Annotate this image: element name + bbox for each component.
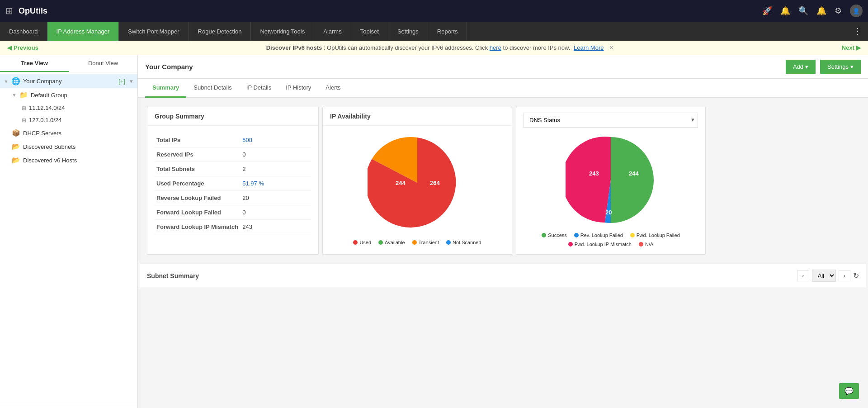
nav-settings[interactable]: Settings	[388, 22, 428, 41]
grid-icon[interactable]: ⊞	[5, 5, 13, 16]
toggle-menu-button[interactable]: ⊡ Toggle Menu	[0, 405, 137, 408]
label-fwd-mismatch: Forward Lookup IP Mismatch	[155, 220, 241, 234]
tab-subnet-details[interactable]: Subnet Details	[186, 79, 239, 98]
table-row: Total IPs 508	[155, 133, 311, 147]
discovery-banner: ◀ Previous Discover IPv6 hosts : OpUtils…	[0, 41, 868, 55]
prev-button[interactable]: ◀ Previous	[7, 44, 38, 51]
tab-ip-details[interactable]: IP Details	[239, 79, 278, 98]
dns-status-body: 244 243 20 Success Rev. Lookup Fail	[516, 128, 705, 254]
page-size-select[interactable]: All 10 25 50	[812, 270, 836, 282]
alert-icon[interactable]: 🔔	[816, 6, 826, 16]
nav-more-icon[interactable]: ⋮	[847, 26, 868, 36]
ip-availability-card: IP Availability 264 244	[322, 107, 512, 255]
nav-toolset[interactable]: Toolset	[351, 22, 388, 41]
used-dot	[353, 240, 358, 245]
fwd-ip-mismatch-dot	[568, 242, 573, 247]
banner-heading: Discover IPv6 hosts	[266, 44, 322, 51]
group-summary-body: Total IPs 508 Reserved IPs 0 Total Subne…	[147, 126, 318, 242]
tree-item-discovered-subnets[interactable]: 📂 Discovered Subnets	[0, 140, 137, 153]
fwd-ip-mismatch-legend-label: Fwd. Lookup IP Mismatch	[575, 242, 632, 247]
fwd-lookup-dot	[630, 233, 635, 237]
tab-ip-history[interactable]: IP History	[278, 79, 318, 98]
tree-label-default-group: Default Group	[31, 92, 133, 99]
tree-item-your-company[interactable]: ▼ 🌐 Your Company [+] ▾	[0, 74, 137, 88]
bell-icon[interactable]: 🔔	[780, 6, 790, 16]
cards-area: Group Summary Total IPs 508 Reserved IPs…	[138, 98, 868, 264]
fwd-lookup-legend-label: Fwd. Lookup Failed	[637, 232, 680, 238]
banner-learn-more-link[interactable]: Learn More	[574, 44, 604, 51]
discovered-icon: 📂	[12, 142, 20, 151]
tree-item-discovered-v6[interactable]: 📂 Discovered v6 Hosts	[0, 153, 137, 167]
dhcp-icon: 📦	[12, 129, 20, 137]
tree-label-subnet-2: 127.0.1.0/24	[29, 117, 133, 123]
ip-availability-legend: Used Available Transient	[353, 240, 481, 245]
nav-dashboard[interactable]: Dashboard	[0, 22, 47, 41]
nav-networking-tools[interactable]: Networking Tools	[251, 22, 314, 41]
add-dropdown-icon: ▾	[805, 63, 808, 70]
subnet-icon-2: ⊞	[22, 117, 26, 123]
nav-reports[interactable]: Reports	[428, 22, 467, 41]
gear-icon[interactable]: ⚙	[835, 6, 842, 16]
tab-alerts[interactable]: Alerts	[318, 79, 348, 98]
settings-label: Settings	[827, 63, 849, 70]
banner-after-text: to discover more IPs now.	[503, 44, 571, 51]
tree-item-subnet-1[interactable]: ⊞ 11.12.14.0/24	[0, 102, 137, 114]
pagination: ‹ All 10 25 50 › ↻	[797, 270, 859, 282]
company-header: Your Company Add ▾ Settings ▾	[138, 55, 868, 79]
floating-action-button[interactable]: 💬	[839, 383, 859, 399]
legend-success: Success	[542, 232, 567, 238]
avatar[interactable]: 👤	[850, 5, 863, 17]
nav-rogue-detection[interactable]: Rogue Detection	[189, 22, 251, 41]
main-panel: Your Company Add ▾ Settings ▾ Summary Su…	[138, 55, 868, 408]
rocket-icon[interactable]: 🚀	[762, 6, 772, 16]
next-button[interactable]: Next ▶	[842, 44, 861, 51]
legend-available: Available	[378, 240, 405, 245]
tree-item-dhcp-servers[interactable]: 📦 DHCP Servers	[0, 126, 137, 140]
tree-item-default-group[interactable]: ▼ 📁 Default Group	[0, 88, 137, 102]
summary-table: Total IPs 508 Reserved IPs 0 Total Subne…	[155, 133, 311, 234]
tab-summary[interactable]: Summary	[145, 79, 186, 98]
nav-ip-address-manager[interactable]: IP Address Manager	[47, 22, 119, 41]
fwd-mismatch-slice	[566, 137, 611, 223]
legend-not-scanned: Not Scanned	[446, 240, 481, 245]
tab-donut-view[interactable]: Donut View	[69, 55, 137, 72]
na-dot	[639, 242, 643, 247]
legend-fwd-ip-mismatch: Fwd. Lookup IP Mismatch	[568, 242, 632, 247]
value-total-ips[interactable]: 508	[242, 137, 252, 143]
search-icon[interactable]: 🔍	[798, 6, 808, 16]
rev-lookup-dot	[574, 233, 579, 237]
next-page-button[interactable]: ›	[839, 270, 850, 281]
nav-switch-port-mapper[interactable]: Switch Port Mapper	[119, 22, 189, 41]
ip-availability-title: IP Availability	[323, 107, 512, 126]
add-label: Add	[793, 63, 803, 70]
transient-label: 244	[396, 180, 406, 186]
value-reserved-ips: 0	[241, 147, 311, 162]
tree-item-subnet-2[interactable]: ⊞ 127.0.1.0/24	[0, 114, 137, 126]
value-rev-lookup: 20	[241, 191, 311, 205]
sidebar: Tree View Donut View ▼ 🌐 Your Company [+…	[0, 55, 138, 408]
dns-status-chart: 244 243 20	[566, 135, 656, 225]
tree-label-dhcp: DHCP Servers	[23, 130, 133, 137]
settings-button[interactable]: Settings ▾	[820, 60, 861, 74]
available-dot	[378, 240, 383, 245]
prev-page-button[interactable]: ‹	[797, 270, 809, 281]
globe-icon: 🌐	[11, 77, 20, 85]
tab-tree-view[interactable]: Tree View	[0, 55, 69, 72]
add-icon[interactable]: [+]	[118, 78, 125, 85]
banner-here-link[interactable]: here	[490, 44, 501, 51]
banner-mid-text: : OpUtils can automatically discover you…	[324, 44, 490, 51]
refresh-button[interactable]: ↻	[853, 271, 859, 280]
used-label: 264	[430, 180, 440, 186]
banner-close[interactable]: ✕	[609, 44, 614, 51]
not-scanned-legend-label: Not Scanned	[453, 240, 481, 245]
more-icon[interactable]: ▾	[130, 78, 133, 85]
dns-status-select[interactable]: DNS Status	[524, 113, 698, 128]
group-summary-title: Group Summary	[147, 107, 318, 126]
nav-alarms[interactable]: Alarms	[314, 22, 351, 41]
v6-icon: 📂	[12, 156, 20, 164]
available-legend-label: Available	[385, 240, 405, 245]
table-row: Total Subnets 2	[155, 162, 311, 176]
add-button[interactable]: Add ▾	[786, 60, 816, 74]
legend-transient: Transient	[412, 240, 439, 245]
value-used-pct[interactable]: 51.97 %	[242, 180, 264, 187]
